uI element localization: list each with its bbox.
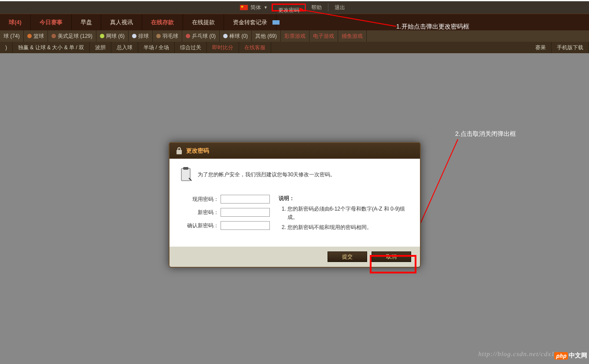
submit-button[interactable]: 提交 [328, 251, 367, 262]
sport-item[interactable]: 排球 [129, 30, 153, 42]
form-area: 现用密码： 新密码： 确认新密码： 说明： 您的新密码必须由6-12个字母和数字… [179, 195, 410, 234]
sport-item[interactable]: 羽毛球 [153, 30, 182, 42]
sub-item[interactable]: 波胆 [90, 42, 111, 53]
php-badge: php [554, 352, 568, 360]
nav-item[interactable]: 资金转套记录 [224, 14, 276, 30]
chevron-down-icon: ▼ [264, 5, 268, 10]
nav-item[interactable]: 在线提款 [183, 14, 224, 30]
baseball-icon [223, 34, 228, 38]
notice-text: 为了您的帐户安全，我们强烈建议您每30天修改一次密码。 [198, 171, 335, 178]
confirm-password-input[interactable] [221, 221, 270, 230]
language-selector[interactable]: 简体 ▼ [235, 4, 273, 11]
svg-rect-5 [183, 167, 188, 170]
instruction-item: 您的新密码必须由6-12个字母和数字(A-Z 和 0-9)组成。 [287, 205, 410, 222]
dialog-title: 更改密码 [186, 147, 209, 155]
tennis-icon [100, 34, 104, 38]
nav-item[interactable]: 早盘 [72, 14, 101, 30]
sport-item[interactable]: 捕鱼游戏 [338, 30, 367, 42]
main-nav: 球(4) 今日赛事 早盘 真人视讯 在线存款 在线提款 资金转套记录 [0, 14, 589, 30]
cancel-button[interactable]: 取消 [372, 251, 411, 262]
current-password-input[interactable] [221, 195, 270, 204]
pingpong-icon [186, 34, 190, 38]
nav-item[interactable]: 今日赛事 [31, 14, 72, 30]
change-password-dialog: 更改密码 为了您的帐户安全，我们强烈建议您每30天修改一次密码。 现用密码： 新… [169, 142, 421, 268]
sub-item[interactable]: 综合过关 [175, 42, 207, 53]
instructions-title: 说明： [279, 195, 410, 202]
dialog-body: 为了您的帐户安全，我们强烈建议您每30天修改一次密码。 现用密码： 新密码： 确… [169, 159, 420, 247]
sub-item[interactable]: 总入球 [111, 42, 138, 53]
sports-bar: 球 (74) 篮球 美式足球 (129) 网球 (6) 排球 羽毛球 乒乓球 (… [0, 30, 589, 42]
annotation-1: 1.开始点击弹出更改密码框 [396, 23, 469, 31]
nav-item[interactable]: 球(4) [0, 14, 31, 30]
sport-item[interactable]: 乒乓球 (0) [182, 30, 220, 42]
confirm-password-label: 确认新密码： [179, 222, 221, 229]
badminton-icon [156, 34, 161, 38]
svg-rect-4 [181, 168, 190, 181]
sub-item[interactable]: 独赢 & 让球 & 大小 & 单 / 双 [13, 42, 90, 53]
nav-item[interactable]: 真人视讯 [101, 14, 142, 30]
form-fields: 现用密码： 新密码： 确认新密码： [179, 195, 270, 234]
sub-item[interactable]: 即时比分 [207, 42, 239, 53]
clipboard-icon [179, 167, 192, 182]
logout-link[interactable]: 退出 [328, 4, 351, 11]
sub-item[interactable]: 手机版下载 [552, 42, 589, 53]
sport-item[interactable]: 网球 (6) [96, 30, 129, 42]
sport-item[interactable]: 篮球 [24, 30, 48, 42]
football-icon [52, 34, 56, 38]
current-password-label: 现用密码： [179, 196, 221, 203]
new-password-label: 新密码： [179, 209, 221, 216]
sport-item[interactable]: 美式足球 (129) [48, 30, 96, 42]
sport-item[interactable]: 棒球 (0) [220, 30, 252, 42]
nav-item[interactable]: 在线存款 [142, 14, 183, 30]
lock-icon [176, 147, 183, 155]
footer-logo: php 中文网 [554, 352, 587, 360]
sport-item[interactable]: 彩票游戏 [281, 30, 309, 42]
sub-item[interactable]: 在线客服 [239, 42, 271, 53]
instructions: 说明： 您的新密码必须由6-12个字母和数字(A-Z 和 0-9)组成。 您的新… [279, 195, 410, 234]
help-link[interactable]: 帮助 [305, 4, 328, 11]
sport-item[interactable]: 其他 (69) [252, 30, 281, 42]
sub-item[interactable]: 赛果 [530, 42, 552, 53]
annotation-2: 2.点击取消关闭弹出框 [455, 130, 516, 138]
sub-nav: ) 独赢 & 让球 & 大小 & 单 / 双 波胆 总入球 半场 / 全场 综合… [0, 42, 589, 53]
sub-item[interactable]: ) [0, 42, 13, 53]
dialog-footer: 提交 取消 [169, 247, 420, 267]
footer-url: http://blog.csdn.net/cdx11 [478, 350, 558, 358]
change-password-link[interactable]: 更改密码 [272, 4, 306, 11]
basketball-icon [27, 34, 32, 38]
sport-item[interactable]: 电子游戏 [309, 30, 338, 42]
sport-item[interactable]: 球 (74) [0, 30, 24, 42]
cn-text: 中文网 [569, 352, 587, 360]
volleyball-icon [132, 34, 136, 38]
dialog-header: 更改密码 [169, 143, 420, 159]
top-menu: 简体 ▼ 更改密码 帮助 退出 [0, 1, 589, 14]
dialog-notice: 为了您的帐户安全，我们强烈建议您每30天修改一次密码。 [179, 167, 410, 182]
language-label: 简体 [250, 4, 261, 11]
instruction-item: 您的新密码不能和现用的密码相同。 [287, 223, 410, 232]
new-password-input[interactable] [221, 208, 270, 217]
flag-icon [240, 5, 248, 10]
sub-item[interactable]: 半场 / 全场 [138, 42, 175, 53]
